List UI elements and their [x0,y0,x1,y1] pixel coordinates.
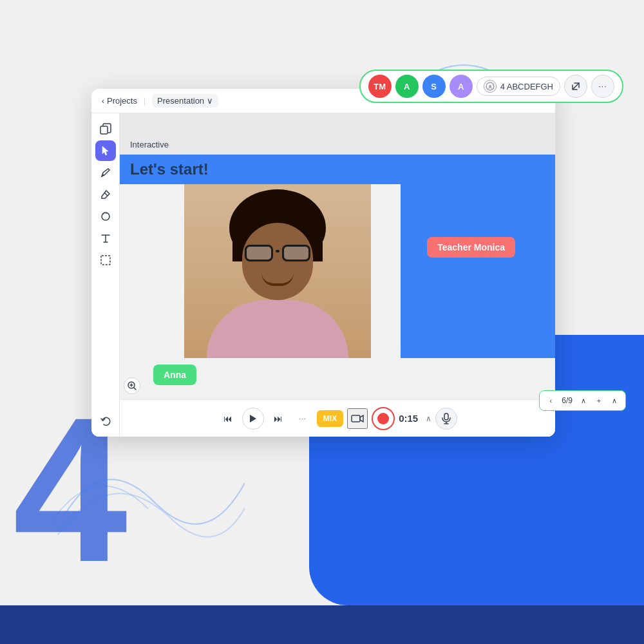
presentation-label: Presentation [157,96,204,106]
eraser-tool-button[interactable] [95,184,116,205]
video-blue-bg [401,184,555,358]
text-tool-button[interactable] [95,228,116,249]
page-chevron-button[interactable]: ∧ [607,393,621,408]
slide-title: Let's start! [130,160,209,178]
nav-separator: | [144,97,146,106]
avatar-s[interactable]: S [422,75,446,98]
participants-bar: TM A S A 4 ABCDEFGH ··· [359,70,623,103]
svg-rect-6 [444,413,448,420]
back-button[interactable]: ‹ Projects [102,96,137,106]
zoom-control[interactable] [124,377,140,394]
svg-rect-1 [100,126,108,134]
record-dot [377,413,389,424]
presentation-button[interactable]: Presentation ∨ [152,94,218,108]
avatar-a1[interactable]: A [395,75,419,98]
add-participant-icon [484,80,497,93]
slide-header-area: Interactive [120,113,555,155]
slide-label: Interactive [130,140,169,149]
presentation-chevron: ∨ [207,96,213,106]
svg-rect-3 [101,256,110,265]
share-button[interactable] [564,75,587,98]
avatar-tm[interactable]: TM [368,75,392,98]
page-indicator: 6/9 [559,396,575,405]
prev-page-button[interactable]: ‹ [544,393,558,408]
playback-bar: ⏮ ⏭ ··· MIX 0:15 [120,399,555,437]
camera-button[interactable] [347,408,368,429]
more-options-button[interactable]: ··· [591,75,614,98]
teacher-label[interactable]: Teacher Monica [427,237,515,258]
playback-timer: 0:15 [399,413,422,424]
participants-count-label: 4 ABCDEFGH [500,82,553,91]
editor-window: ‹ Projects | Presentation ∨ [91,89,555,437]
zoom-button[interactable] [124,377,140,394]
select-tool-button[interactable] [95,250,116,270]
page-up-button[interactable]: ∧ [576,393,591,408]
participants-count-button[interactable]: 4 ABCDEFGH [477,77,560,96]
timer-chevron[interactable]: ∧ [426,414,431,423]
undo-button[interactable] [95,411,116,431]
mix-button[interactable]: MIX [317,410,343,427]
rewind-button[interactable]: ⏮ [218,408,238,429]
canvas-area[interactable]: Interactive Let's start! [120,113,555,437]
play-button[interactable] [242,408,264,430]
pen-tool-button[interactable] [95,162,116,183]
bottom-bar [0,605,644,644]
pointer-tool-button[interactable] [95,140,116,161]
add-page-button[interactable]: + [592,393,606,408]
toolbar [91,113,120,437]
forward-button[interactable]: ⏭ [268,408,289,429]
copy-tool-button[interactable] [95,118,116,139]
video-feed [184,184,371,358]
anna-label[interactable]: Anna [153,365,196,385]
svg-rect-5 [352,415,360,422]
page-nav: ‹ 6/9 ∧ + ∧ [539,390,626,411]
editor-body: Interactive Let's start! [91,113,555,437]
shape-tool-button[interactable] [95,206,116,227]
slide-title-bar: Let's start! [120,155,555,184]
back-chevron: ‹ [102,97,104,106]
record-button[interactable] [372,407,395,430]
projects-label: Projects [107,96,137,106]
avatar-a2[interactable]: A [450,75,473,98]
playback-more-button[interactable]: ··· [292,408,313,429]
microphone-button[interactable] [435,408,457,430]
